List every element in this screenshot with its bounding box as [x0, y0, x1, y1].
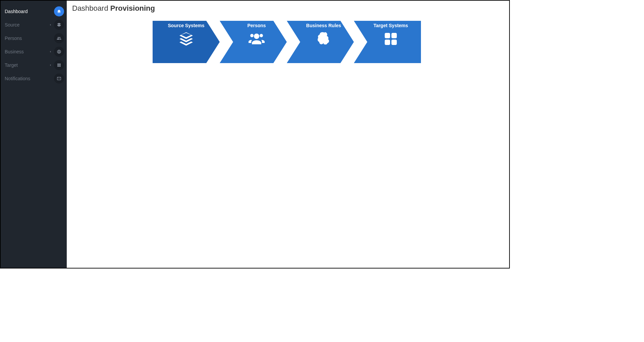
grid-icon — [383, 31, 399, 47]
sidebar-item-label: Source — [5, 22, 49, 28]
grid-icon — [54, 60, 64, 70]
svg-rect-11 — [391, 40, 397, 45]
wizard-step-target-systems[interactable]: Target Systems — [354, 21, 421, 63]
main-content: Dashboard Provisioning Source Systems Pe… — [67, 1, 509, 268]
wizard-step-source-systems[interactable]: Source Systems — [153, 21, 220, 63]
svg-rect-3 — [59, 65, 61, 67]
sidebar: Dashboard Source Persons Business — [1, 1, 67, 268]
page-title-light: Dashboard — [72, 4, 108, 12]
sidebar-item-persons[interactable]: Persons — [1, 32, 67, 45]
sidebar-item-label: Dashboard — [5, 9, 54, 14]
page-title-bold: Provisioning — [110, 4, 155, 12]
svg-rect-8 — [385, 33, 390, 38]
sidebar-item-label: Target — [5, 62, 49, 68]
svg-rect-10 — [385, 40, 390, 45]
home-icon — [54, 6, 64, 16]
wizard-step-persons[interactable]: Persons — [220, 21, 287, 63]
sidebar-item-dashboard[interactable]: Dashboard — [1, 5, 67, 18]
wizard-step-label: Target Systems — [361, 23, 421, 28]
svg-rect-1 — [59, 63, 61, 65]
wizard-step-label: Business Rules — [293, 23, 354, 28]
brain-icon — [316, 31, 332, 47]
wizard-step-label: Persons — [226, 23, 287, 28]
globe-icon — [54, 47, 64, 57]
envelope-icon — [54, 74, 64, 84]
layers-icon — [178, 31, 194, 47]
sidebar-item-label: Notifications — [5, 76, 54, 81]
sidebar-item-label: Business — [5, 49, 49, 54]
page-title: Dashboard Provisioning — [72, 4, 504, 13]
provisioning-wizard: Source Systems Persons Business Rules — [153, 21, 421, 63]
sidebar-item-source[interactable]: Source — [1, 18, 67, 32]
sidebar-item-business[interactable]: Business — [1, 45, 67, 58]
sidebar-item-notifications[interactable]: Notifications — [1, 72, 67, 85]
sidebar-item-label: Persons — [5, 36, 54, 41]
users-icon — [54, 33, 64, 43]
chevron-left-icon — [49, 23, 52, 27]
svg-rect-2 — [57, 65, 59, 67]
svg-rect-9 — [391, 33, 397, 38]
users-icon — [249, 31, 265, 47]
wizard-step-label: Source Systems — [153, 23, 220, 28]
sidebar-item-target[interactable]: Target — [1, 58, 67, 72]
chevron-left-icon — [49, 50, 52, 53]
svg-rect-0 — [57, 63, 59, 65]
layers-icon — [54, 20, 64, 30]
wizard-step-business-rules[interactable]: Business Rules — [287, 21, 354, 63]
chevron-left-icon — [49, 63, 52, 67]
